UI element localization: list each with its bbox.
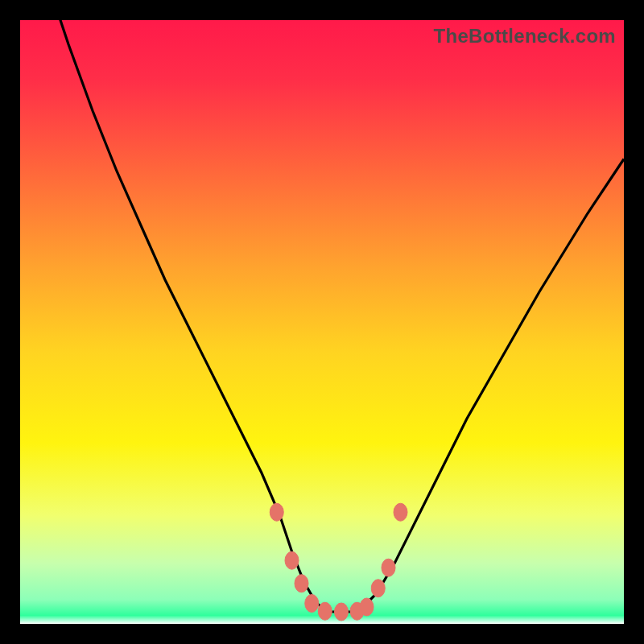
- curve-marker: [371, 580, 385, 597]
- watermark-text: TheBottleneck.com: [434, 25, 616, 47]
- curve-marker: [318, 602, 332, 620]
- curve-marker: [360, 598, 374, 616]
- curve-marker: [270, 503, 283, 521]
- curve-marker: [335, 603, 349, 621]
- curve-marker: [394, 503, 407, 521]
- curve-marker: [295, 575, 308, 592]
- bottleneck-chart-svg: [20, 20, 624, 624]
- curve-marker: [305, 595, 319, 613]
- chart-frame: TheBottleneck.com: [20, 20, 624, 624]
- gradient-background: [20, 20, 624, 624]
- curve-marker: [285, 551, 299, 569]
- plot-area: TheBottleneck.com: [20, 20, 624, 624]
- curve-marker: [382, 559, 395, 576]
